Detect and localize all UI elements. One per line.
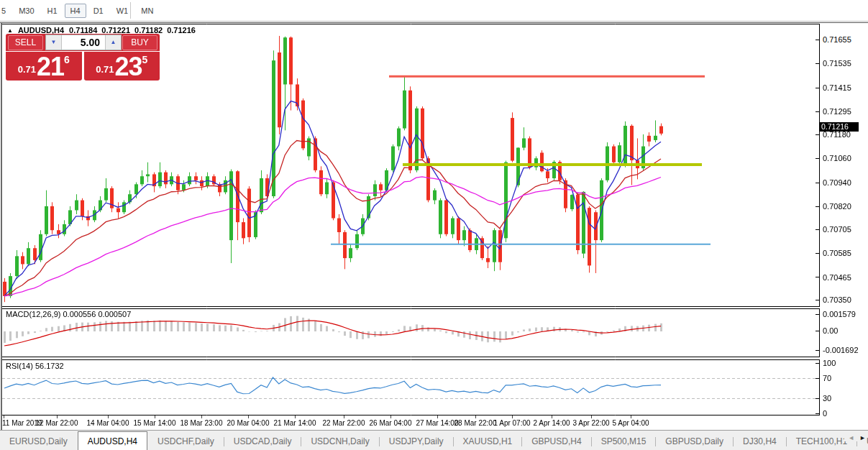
- sell-price-prefix: 0.71: [18, 64, 36, 75]
- volume-increase-icon[interactable]: ▲: [105, 35, 121, 50]
- time-axis-label: 28 Mar 22:00: [454, 419, 497, 427]
- time-axis-label: 18 Mar 23:00: [181, 419, 223, 427]
- chart-tab-bar: EURUSD,DailyAUDUSD,H4USDCHF,DailyUSDCAD,…: [0, 430, 868, 450]
- time-axis-tick: [390, 415, 391, 418]
- sell-price-big: 21: [37, 56, 64, 78]
- chart-tab-AUDUSD-H4[interactable]: AUDUSD,H4: [78, 431, 147, 450]
- tab-scroll-left-icon[interactable]: ◄: [848, 434, 854, 441]
- macd-indicator-label: MACD(12,26,9) 0.000556 0.000507: [6, 310, 131, 318]
- time-axis-label: 21 Mar 14:00: [274, 419, 316, 427]
- buy-price-box[interactable]: 0.71 23 5: [84, 52, 160, 81]
- time-axis-tick: [512, 415, 513, 418]
- chart-tab-SP500-M15[interactable]: SP500,M15: [592, 433, 656, 450]
- timeframe-button-MN[interactable]: MN: [135, 4, 159, 18]
- time-axis-tick: [475, 415, 476, 418]
- time-axis-label: 12 Mar 22:00: [36, 419, 78, 427]
- price-axis-label: 0.71535: [823, 59, 851, 68]
- rsi-axis-label: 100: [823, 359, 836, 367]
- volume-input[interactable]: 5.00: [62, 35, 105, 50]
- price-axis-label: 0.70820: [823, 202, 851, 211]
- chart-tab-USDCNH-Daily[interactable]: USDCNH,Daily: [301, 433, 378, 450]
- rsi-axis-label: 30: [823, 394, 831, 403]
- timeframe-button-H4[interactable]: H4: [65, 4, 86, 18]
- buy-price-big: 23: [114, 56, 142, 78]
- buy-button[interactable]: BUY: [122, 35, 157, 50]
- chart-tab-USDCHF-Daily[interactable]: USDCHF,Daily: [148, 433, 224, 450]
- trade-panel-price-row: 0.71 21 6 0.71 23 5: [6, 52, 160, 81]
- price-axis-label: 0.71295: [823, 107, 851, 116]
- time-axis-tick: [248, 415, 249, 418]
- time-axis-tick: [437, 415, 438, 418]
- macd-axis-label: 0.00: [823, 326, 838, 335]
- macd-axis-label: 0.001579: [823, 310, 856, 318]
- sell-button[interactable]: SELL: [8, 35, 43, 50]
- macd-axis-label: -0.001692: [823, 346, 859, 354]
- time-axis-tick: [591, 415, 592, 418]
- time-axis-tick: [295, 415, 296, 418]
- volume-spinner: ▼ 5.00 ▲: [45, 35, 122, 50]
- chart-tab-USDCAD-Daily[interactable]: USDCAD,Daily: [224, 433, 301, 450]
- time-axis-label: 26 Mar 04:00: [370, 419, 412, 427]
- tab-scroll-buttons: ◄ ►: [844, 434, 866, 441]
- time-axis-tick: [155, 415, 155, 418]
- time-axis-label: 3 Apr 22:00: [572, 419, 609, 427]
- time-axis-tick: [344, 415, 344, 418]
- price-axis-label: 0.70705: [823, 225, 851, 234]
- time-axis-tick: [4, 415, 4, 418]
- time-axis-label: 5 Apr 04:00: [612, 419, 649, 427]
- one-click-trade-panel: SELL ▼ 5.00 ▲ BUY 0.71 21 6 0.71 23 5: [6, 34, 160, 81]
- time-axis-tick: [108, 415, 109, 418]
- buy-price-prefix: 0.71: [96, 64, 114, 75]
- price-axis-label: 0.70350: [823, 295, 851, 304]
- ohlc-value: 0.71216: [167, 26, 196, 35]
- time-axis-label: 27 Mar 14:00: [416, 419, 459, 427]
- toolbar-separator: [130, 2, 131, 19]
- timeframe-toolbar: 5M30H1H4D1W1MN: [0, 0, 868, 22]
- rsi-indicator-label: RSI(14) 56.1732: [6, 362, 64, 370]
- timeframe-button-H1[interactable]: H1: [42, 4, 63, 18]
- time-axis-label: 20 Mar 04:00: [227, 419, 270, 427]
- chart-tab-EURUSD-Daily[interactable]: EURUSD,Daily: [0, 433, 77, 450]
- time-axis-tick: [552, 415, 552, 418]
- time-axis-label: 1 Apr 07:00: [493, 419, 530, 427]
- time-axis-label: 22 Mar 22:00: [323, 419, 365, 427]
- price-axis-label: 0.70465: [823, 273, 851, 282]
- tab-scroll-right-icon[interactable]: ►: [859, 434, 866, 441]
- time-axis-tick: [201, 415, 202, 418]
- chart-tab-GBPUSD-Daily[interactable]: GBPUSD,Daily: [656, 433, 733, 450]
- time-axis-label: 15 Mar 14:00: [134, 419, 176, 427]
- sell-price-box[interactable]: 0.71 21 6: [6, 52, 82, 81]
- timeframe-buttons: 5M30H1H4D1W1MN: [0, 4, 160, 18]
- chart-tab-XAUUSD-H1[interactable]: XAUUSD,H1: [454, 433, 522, 450]
- price-axis-label: 0.70940: [823, 178, 851, 187]
- volume-decrease-icon[interactable]: ▼: [46, 35, 62, 50]
- price-axis-label: 0.70585: [823, 249, 851, 257]
- rsi-axis-label: 0: [823, 409, 827, 418]
- chart-tab-USDJPY-Daily[interactable]: USDJPY,Daily: [380, 433, 453, 450]
- rsi-axis-label: 70: [823, 374, 831, 382]
- trade-panel-top-row: SELL ▼ 5.00 ▲ BUY: [6, 34, 160, 51]
- current-price-tag: 0.71216: [819, 122, 859, 132]
- chart-tab-DJ30-H4[interactable]: DJ30,H4: [734, 433, 786, 450]
- rsi-panel-canvas[interactable]: [2, 359, 820, 415]
- price-axis-label: 0.71415: [823, 83, 851, 92]
- time-axis-label: 2 Apr 14:00: [533, 419, 570, 427]
- trading-terminal-window: 5M30H1H4D1W1MN ▲ AUDUSD,H4 0.711840.7122…: [0, 0, 868, 450]
- timeframe-button-M30[interactable]: M30: [13, 4, 40, 18]
- time-axis-tick: [631, 415, 631, 418]
- chart-window-top-border: [0, 22, 868, 23]
- price-axis-label: 0.71655: [823, 35, 851, 44]
- collapse-triangle-icon[interactable]: ▲: [7, 27, 13, 34]
- buy-price-pip: 5: [142, 54, 148, 65]
- time-axis-tick: [57, 415, 58, 418]
- chart-tab-GBPUSD-H4[interactable]: GBPUSD,H4: [522, 433, 590, 450]
- timeframe-button-D1[interactable]: D1: [88, 4, 109, 18]
- time-axis-label: 14 Mar 04:00: [87, 419, 129, 427]
- price-axis-label: 0.71060: [823, 154, 851, 162]
- sell-price-pip: 6: [64, 54, 70, 65]
- timeframe-button-5[interactable]: 5: [0, 4, 12, 18]
